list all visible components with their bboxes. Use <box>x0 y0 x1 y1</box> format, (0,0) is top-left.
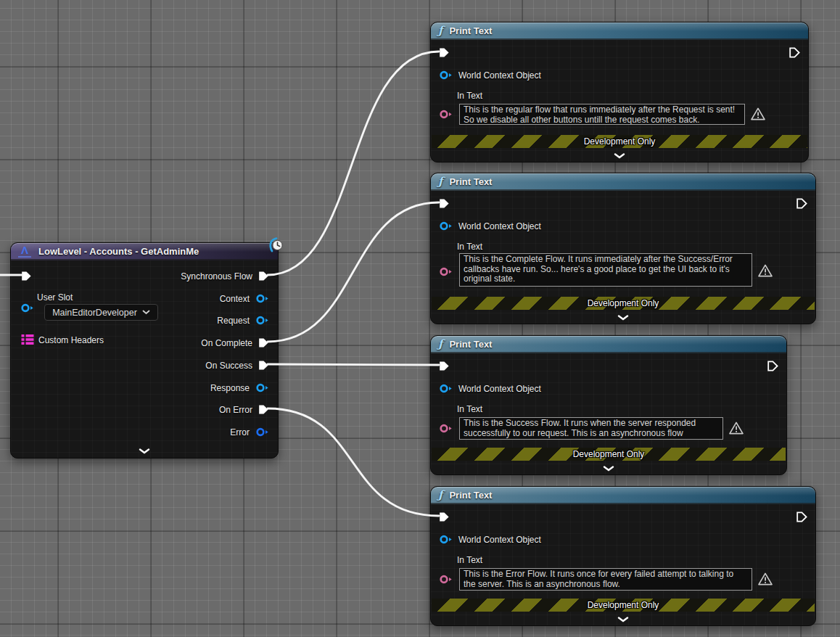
node-title: Print Text <box>449 176 492 187</box>
world-context-row[interactable]: World Context Object <box>439 534 541 545</box>
custom-headers-map-pin[interactable] <box>21 334 34 345</box>
exec-out-pin[interactable] <box>258 404 269 415</box>
text-pin[interactable] <box>439 109 453 120</box>
in-text-label: In Text <box>457 555 482 565</box>
output-row-on-complete[interactable]: On Complete <box>201 337 269 348</box>
node-title: Print Text <box>449 490 492 501</box>
exec-in-pin[interactable] <box>439 198 450 209</box>
latent-clock-icon <box>267 235 284 254</box>
exec-out-pin[interactable] <box>258 360 269 371</box>
object-pin[interactable] <box>255 293 269 304</box>
wire-on-complete <box>268 202 439 342</box>
node-print-text-3[interactable]: ƒ Print Text World Context Object In Tex… <box>430 335 787 475</box>
chevron-down-icon[interactable] <box>603 466 614 472</box>
object-pin[interactable] <box>255 427 269 437</box>
output-row-request[interactable]: Request <box>217 315 269 326</box>
wire-on-error <box>268 408 439 516</box>
node-title: LowLevel - Accounts - GetAdminMe <box>38 246 199 257</box>
exec-in-pin[interactable] <box>439 47 450 58</box>
object-pin[interactable] <box>439 70 453 81</box>
output-row-on-success[interactable]: On Success <box>205 360 269 371</box>
in-text-input[interactable]: This is the regular flow that runs immed… <box>459 104 745 125</box>
node-header[interactable]: ƒ Print Text <box>431 22 808 40</box>
in-text-label: In Text <box>457 404 482 414</box>
object-pin[interactable] <box>255 382 269 393</box>
exec-out-pin[interactable] <box>789 47 800 58</box>
node-title: Print Text <box>449 339 492 350</box>
function-icon: ƒ <box>438 174 442 189</box>
node-print-text-4[interactable]: ƒ Print Text World Context Object In Tex… <box>430 486 816 626</box>
user-slot-pin[interactable] <box>20 303 34 313</box>
dropdown-chevron-icon <box>142 310 150 315</box>
object-pin[interactable] <box>439 383 453 394</box>
world-context-row[interactable]: World Context Object <box>439 221 541 231</box>
exec-out-pin[interactable] <box>767 361 778 371</box>
output-row-error[interactable]: Error <box>230 427 269 437</box>
warning-icon <box>728 421 744 435</box>
user-slot-value: MainEditorDeveloper <box>52 308 137 318</box>
output-row-context[interactable]: Context <box>220 293 269 304</box>
in-text-input[interactable]: This is the Success Flow. It runs when t… <box>459 417 723 440</box>
node-print-text-1[interactable]: ƒ Print Text World Context Object In Tex… <box>430 22 809 163</box>
user-slot-label: User Slot <box>37 292 73 303</box>
warning-icon <box>750 107 766 121</box>
output-row-on-error[interactable]: On Error <box>219 404 269 415</box>
text-pin[interactable] <box>439 266 453 277</box>
in-text-input[interactable]: This is the Complete Flow. It runs immed… <box>459 253 752 287</box>
accelbyte-logo-icon: Λ <box>18 244 31 258</box>
object-pin[interactable] <box>255 315 269 326</box>
exec-out-pin[interactable] <box>258 337 269 348</box>
exec-in-pin[interactable] <box>439 511 450 522</box>
chevron-down-icon[interactable] <box>139 448 150 454</box>
output-row-synchronous-flow[interactable]: Synchronous Flow <box>181 271 269 281</box>
blueprint-graph-canvas[interactable]: Λ LowLevel - Accounts - GetAdminMe User … <box>0 0 840 637</box>
warning-icon <box>757 263 773 278</box>
chevron-down-icon[interactable] <box>617 617 629 622</box>
development-only-banner: Development Only <box>432 448 786 461</box>
chevron-down-icon[interactable] <box>614 153 625 159</box>
function-icon: ƒ <box>438 23 442 38</box>
wire-on-success <box>268 364 439 365</box>
custom-headers-label: Custom Headers <box>38 335 104 345</box>
development-only-banner: Development Only <box>432 297 815 310</box>
exec-in-pin[interactable] <box>439 361 450 371</box>
node-print-text-2[interactable]: ƒ Print Text World Context Object In Tex… <box>430 173 816 324</box>
in-text-label: In Text <box>457 242 482 252</box>
text-pin[interactable] <box>439 574 453 585</box>
warning-icon <box>757 572 773 586</box>
function-icon: ƒ <box>438 337 442 351</box>
text-pin[interactable] <box>439 423 453 434</box>
in-text-input[interactable]: This is the Error Flow. It runs once for… <box>459 568 752 591</box>
node-header[interactable]: ƒ Print Text <box>431 173 815 191</box>
exec-out-pin[interactable] <box>796 198 807 209</box>
node-lowlevel-accounts-getadminme[interactable]: Λ LowLevel - Accounts - GetAdminMe User … <box>10 242 279 459</box>
user-slot-dropdown[interactable]: MainEditorDeveloper <box>44 304 158 321</box>
world-context-row[interactable]: World Context Object <box>439 383 541 394</box>
world-context-row[interactable]: World Context Object <box>439 70 541 81</box>
node-title: Print Text <box>449 25 492 36</box>
in-text-label: In Text <box>457 91 482 101</box>
node-header[interactable]: ƒ Print Text <box>431 487 815 504</box>
function-icon: ƒ <box>438 488 442 502</box>
chevron-down-icon[interactable] <box>617 315 629 321</box>
node-header[interactable]: Λ LowLevel - Accounts - GetAdminMe <box>11 243 278 260</box>
exec-out-pin[interactable] <box>796 511 807 522</box>
object-pin[interactable] <box>439 534 453 545</box>
node-header[interactable]: ƒ Print Text <box>431 336 786 353</box>
wire-synchronous-flow <box>268 52 439 275</box>
exec-in-pin[interactable] <box>21 271 32 281</box>
object-pin[interactable] <box>439 221 453 231</box>
development-only-banner: Development Only <box>432 135 807 148</box>
development-only-banner: Development Only <box>432 599 815 612</box>
output-row-response[interactable]: Response <box>210 382 269 393</box>
exec-out-pin[interactable] <box>258 271 269 281</box>
